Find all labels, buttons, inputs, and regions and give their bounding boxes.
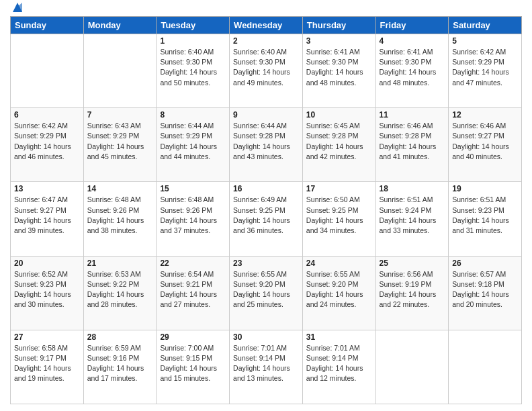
week-row-3: 13 Sunrise: 6:47 AM Sunset: 9:27 PM Dayl… [11,182,522,256]
day-info: Sunrise: 6:42 AM Sunset: 9:29 PM Dayligh… [14,121,80,162]
day-number: 10 [306,110,372,120]
day-info: Sunrise: 6:46 AM Sunset: 9:27 PM Dayligh… [452,121,518,162]
daylight-label: Daylight: 14 hours and 38 minutes. [87,216,144,234]
sunrise-label: Sunrise: 6:58 AM [14,344,68,352]
daylight-label: Daylight: 14 hours and 19 minutes. [14,364,71,382]
sunset-label: Sunset: 9:30 PM [380,58,432,66]
day-cell: 4 Sunrise: 6:41 AM Sunset: 9:30 PM Dayli… [375,34,449,108]
day-header-saturday: Saturday [449,17,522,34]
daylight-label: Daylight: 14 hours and 37 minutes. [160,216,217,234]
daylight-label: Daylight: 14 hours and 42 minutes. [306,142,363,161]
sunrise-label: Sunrise: 6:52 AM [14,270,68,278]
day-number: 20 [14,259,80,268]
header [10,7,522,11]
calendar-header-row: SundayMondayTuesdayWednesdayThursdayFrid… [11,17,522,34]
day-info: Sunrise: 6:48 AM Sunset: 9:26 PM Dayligh… [87,195,153,236]
sunset-label: Sunset: 9:23 PM [452,206,504,214]
day-cell: 18 Sunrise: 6:51 AM Sunset: 9:24 PM Dayl… [375,182,449,256]
day-number: 29 [160,332,226,342]
sunset-label: Sunset: 9:28 PM [306,132,359,140]
daylight-label: Daylight: 14 hours and 43 minutes. [233,142,290,161]
sunset-label: Sunset: 9:30 PM [306,58,359,66]
logo-icon [11,1,24,13]
sunset-label: Sunset: 9:29 PM [160,132,212,140]
day-info: Sunrise: 6:48 AM Sunset: 9:26 PM Dayligh… [160,195,226,236]
sunset-label: Sunset: 9:28 PM [233,132,285,140]
day-number: 11 [380,110,445,120]
week-row-1: 1 Sunrise: 6:40 AM Sunset: 9:30 PM Dayli… [11,34,522,108]
daylight-label: Daylight: 14 hours and 22 minutes. [380,290,437,308]
sunset-label: Sunset: 9:29 PM [452,58,504,66]
sunset-label: Sunset: 9:25 PM [233,206,285,214]
day-number: 21 [87,259,153,268]
sunset-label: Sunset: 9:30 PM [160,58,212,66]
day-info: Sunrise: 6:41 AM Sunset: 9:30 PM Dayligh… [306,47,372,88]
day-number: 31 [306,332,372,342]
day-info: Sunrise: 6:51 AM Sunset: 9:23 PM Dayligh… [452,195,518,236]
daylight-label: Daylight: 14 hours and 15 minutes. [160,364,217,382]
sunrise-label: Sunrise: 6:50 AM [306,195,360,203]
sunrise-label: Sunrise: 6:53 AM [87,270,141,278]
sunrise-label: Sunrise: 6:47 AM [14,195,68,203]
day-info: Sunrise: 7:00 AM Sunset: 9:15 PM Dayligh… [160,343,226,384]
day-info: Sunrise: 6:42 AM Sunset: 9:29 PM Dayligh… [452,47,518,88]
daylight-label: Daylight: 14 hours and 12 minutes. [306,364,363,382]
daylight-label: Daylight: 14 hours and 44 minutes. [160,142,217,161]
sunrise-label: Sunrise: 6:42 AM [14,122,68,130]
day-info: Sunrise: 6:52 AM Sunset: 9:23 PM Dayligh… [14,269,80,310]
day-cell: 31 Sunrise: 7:01 AM Sunset: 9:14 PM Dayl… [302,330,375,404]
sunrise-label: Sunrise: 6:51 AM [380,195,433,203]
daylight-label: Daylight: 14 hours and 48 minutes. [380,68,437,86]
page: SundayMondayTuesdayWednesdayThursdayFrid… [0,0,532,411]
day-cell [11,34,84,108]
day-cell: 15 Sunrise: 6:48 AM Sunset: 9:26 PM Dayl… [157,182,230,256]
day-header-tuesday: Tuesday [157,17,230,34]
day-cell: 14 Sunrise: 6:48 AM Sunset: 9:26 PM Dayl… [83,182,157,256]
sunrise-label: Sunrise: 7:00 AM [160,344,214,352]
day-header-friday: Friday [375,17,449,34]
sunrise-label: Sunrise: 6:42 AM [452,48,506,56]
day-cell: 21 Sunrise: 6:53 AM Sunset: 9:22 PM Dayl… [83,256,157,330]
daylight-label: Daylight: 14 hours and 33 minutes. [380,216,437,234]
daylight-label: Daylight: 14 hours and 31 minutes. [452,216,509,234]
day-info: Sunrise: 6:55 AM Sunset: 9:20 PM Dayligh… [306,269,372,310]
day-cell: 22 Sunrise: 6:54 AM Sunset: 9:21 PM Dayl… [157,256,230,330]
sunrise-label: Sunrise: 6:55 AM [306,270,360,278]
day-number: 30 [233,332,299,342]
sunset-label: Sunset: 9:21 PM [160,280,212,288]
sunrise-label: Sunrise: 6:56 AM [380,270,433,278]
sunset-label: Sunset: 9:15 PM [160,354,212,362]
sunrise-label: Sunrise: 6:45 AM [306,122,360,130]
day-cell: 24 Sunrise: 6:55 AM Sunset: 9:20 PM Dayl… [302,256,375,330]
sunset-label: Sunset: 9:14 PM [233,354,285,362]
daylight-label: Daylight: 14 hours and 41 minutes. [380,142,437,161]
sunrise-label: Sunrise: 6:46 AM [452,122,506,130]
sunset-label: Sunset: 9:18 PM [452,280,504,288]
sunrise-label: Sunrise: 6:44 AM [233,122,287,130]
day-number: 27 [14,332,80,342]
sunrise-label: Sunrise: 6:57 AM [452,270,506,278]
sunrise-label: Sunrise: 6:54 AM [160,270,214,278]
sunrise-label: Sunrise: 6:51 AM [452,195,506,203]
day-info: Sunrise: 6:40 AM Sunset: 9:30 PM Dayligh… [233,47,299,88]
day-cell: 9 Sunrise: 6:44 AM Sunset: 9:28 PM Dayli… [230,108,303,182]
sunset-label: Sunset: 9:30 PM [233,58,285,66]
sunset-label: Sunset: 9:14 PM [306,354,359,362]
day-number: 5 [452,36,518,46]
day-cell: 16 Sunrise: 6:49 AM Sunset: 9:25 PM Dayl… [230,182,303,256]
day-info: Sunrise: 6:46 AM Sunset: 9:28 PM Dayligh… [380,121,445,162]
day-info: Sunrise: 6:50 AM Sunset: 9:25 PM Dayligh… [306,195,372,236]
sunset-label: Sunset: 9:26 PM [160,206,212,214]
day-info: Sunrise: 6:49 AM Sunset: 9:25 PM Dayligh… [233,195,299,236]
daylight-label: Daylight: 14 hours and 49 minutes. [233,68,290,86]
sunset-label: Sunset: 9:29 PM [87,132,140,140]
sunrise-label: Sunrise: 6:48 AM [160,195,214,203]
day-cell: 5 Sunrise: 6:42 AM Sunset: 9:29 PM Dayli… [449,34,522,108]
day-number: 18 [380,184,445,193]
day-info: Sunrise: 6:47 AM Sunset: 9:27 PM Dayligh… [14,195,80,236]
sunset-label: Sunset: 9:16 PM [87,354,140,362]
daylight-label: Daylight: 14 hours and 39 minutes. [14,216,71,234]
day-number: 19 [452,184,518,193]
day-info: Sunrise: 6:53 AM Sunset: 9:22 PM Dayligh… [87,269,153,310]
sunrise-label: Sunrise: 6:41 AM [380,48,433,56]
